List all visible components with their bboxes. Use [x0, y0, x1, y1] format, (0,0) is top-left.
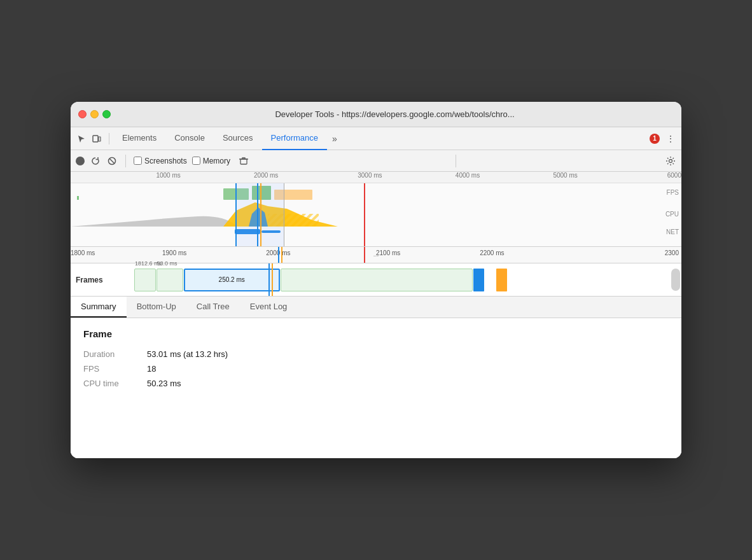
zoomed-tick-1900: 1900 ms — [162, 249, 186, 256]
record-button[interactable] — [76, 157, 85, 165]
vline-red-zoomed — [364, 247, 365, 263]
summary-cpu-row: CPU time 50.23 ms — [83, 379, 669, 388]
svg-line-3 — [110, 158, 115, 163]
frames-area: Frames 1812.6 ms 53.0 ms 250.2 ms — [71, 263, 681, 297]
ruler-tick-1000: 1000 ms — [156, 172, 180, 179]
tab-sources[interactable]: Sources — [214, 127, 262, 150]
summary-cpu-key: CPU time — [83, 379, 147, 388]
summary-fps-value: 18 — [147, 364, 156, 374]
tab-call-tree[interactable]: Call Tree — [186, 297, 240, 318]
zoomed-tick-2300: 2300 — [665, 249, 679, 256]
titlebar: Developer Tools - https://developers.goo… — [71, 102, 681, 127]
bottom-tabs: Summary Bottom-Up Call Tree Event Log — [71, 297, 681, 318]
frame-duration-label: 250.2 ms — [219, 276, 245, 283]
frame-item[interactable]: 53.0 ms — [157, 269, 183, 291]
summary-cpu-value: 50.23 ms — [147, 379, 181, 388]
fps-row: FPS — [71, 183, 681, 201]
cursor-icon[interactable] — [76, 133, 87, 144]
tab-performance[interactable]: Performance — [262, 127, 327, 150]
devtools-body: Elements Console Sources Performance » 1… — [71, 127, 681, 458]
svg-rect-1 — [99, 137, 101, 141]
zoomed-tick-1800: 1800 ms — [71, 249, 95, 256]
summary-duration-row: Duration 53.01 ms (at 13.2 hrs) — [83, 349, 669, 359]
zoomed-tick-2200: 2200 ms — [480, 249, 504, 256]
frames-label: Frames — [71, 276, 108, 284]
tab-summary[interactable]: Summary — [71, 297, 127, 318]
memory-checkbox[interactable] — [192, 157, 200, 165]
ruler-tick-4000: 4000 ms — [456, 172, 480, 179]
svg-rect-7 — [77, 196, 79, 200]
selection-overlay — [235, 183, 284, 246]
svg-rect-0 — [93, 136, 98, 142]
ruler-tick-6000: 6000 — [667, 172, 681, 179]
net-row: NET — [71, 227, 681, 237]
summary-fps-key: FPS — [83, 364, 147, 374]
timeline-overview[interactable]: 1000 ms 2000 ms 3000 ms 4000 ms 5000 ms … — [71, 172, 681, 247]
ruler-tick-2000: 2000 ms — [254, 172, 278, 179]
frames-track: 1812.6 ms 53.0 ms 250.2 ms — [134, 266, 669, 293]
frame-item-orange[interactable] — [496, 269, 507, 291]
cpu-row: CPU — [71, 201, 681, 227]
summary-duration-key: Duration — [83, 349, 147, 359]
perf-toolbar: Screenshots Memory — [71, 150, 681, 172]
fullscreen-button[interactable] — [102, 110, 111, 118]
trash-icon[interactable] — [238, 155, 249, 167]
close-button[interactable] — [78, 110, 87, 118]
toolbar-divider-2 — [456, 155, 456, 167]
more-tabs-button[interactable]: » — [327, 134, 342, 144]
summary-frame-title: Frame — [83, 328, 669, 339]
summary-panel: Frame Duration 53.01 ms (at 13.2 hrs) FP… — [71, 318, 681, 458]
settings-icon[interactable] — [665, 155, 676, 167]
ruler-tick-5000: 5000 ms — [553, 172, 577, 179]
frame-item-selected[interactable]: 250.2 ms — [184, 269, 280, 291]
toolbar-right: 1 ⋮ — [650, 133, 676, 144]
frames-scrollbar[interactable] — [671, 269, 680, 291]
zoomed-tick-2000: 2000 ms — [266, 249, 290, 256]
reload-record-icon[interactable] — [90, 155, 101, 167]
frame-time-above: 53.0 ms — [157, 260, 178, 267]
device-toggle-icon[interactable] — [91, 133, 102, 144]
toolbar-nav-icons — [76, 133, 109, 144]
zoomed-tick-2100: 2100 ms — [376, 249, 400, 256]
minimize-button[interactable] — [90, 110, 99, 118]
traffic-lights — [78, 110, 111, 118]
frame-item[interactable]: 1812.6 ms — [134, 269, 156, 291]
memory-checkbox-label[interactable]: Memory — [192, 157, 230, 165]
frame-item[interactable] — [281, 269, 473, 291]
toolbar-divider — [125, 155, 126, 167]
tab-event-log[interactable]: Event Log — [240, 297, 298, 318]
svg-point-6 — [669, 159, 672, 162]
ruler-tick-3000: 3000 ms — [358, 172, 382, 179]
summary-duration-value: 53.01 ms (at 13.2 hrs) — [147, 349, 228, 359]
window-title: Developer Tools - https://developers.goo… — [116, 109, 674, 119]
summary-fps-row: FPS 18 — [83, 364, 669, 374]
main-tabs: Elements Console Sources Performance » — [113, 127, 650, 150]
overview-ruler: 1000 ms 2000 ms 3000 ms 4000 ms 5000 ms … — [71, 172, 681, 183]
clear-icon[interactable] — [106, 155, 118, 167]
tab-console[interactable]: Console — [165, 127, 214, 150]
main-toolbar: Elements Console Sources Performance » 1… — [71, 127, 681, 150]
frame-item-blue[interactable] — [473, 269, 484, 291]
error-badge[interactable]: 1 — [650, 134, 660, 144]
tab-bottom-up[interactable]: Bottom-Up — [127, 297, 186, 318]
tab-elements[interactable]: Elements — [113, 127, 165, 150]
more-options-icon[interactable]: ⋮ — [665, 133, 676, 144]
screenshots-checkbox[interactable] — [134, 157, 142, 165]
svg-rect-4 — [240, 159, 247, 164]
devtools-window: Developer Tools - https://developers.goo… — [71, 102, 681, 458]
screenshots-checkbox-label[interactable]: Screenshots — [134, 157, 187, 165]
